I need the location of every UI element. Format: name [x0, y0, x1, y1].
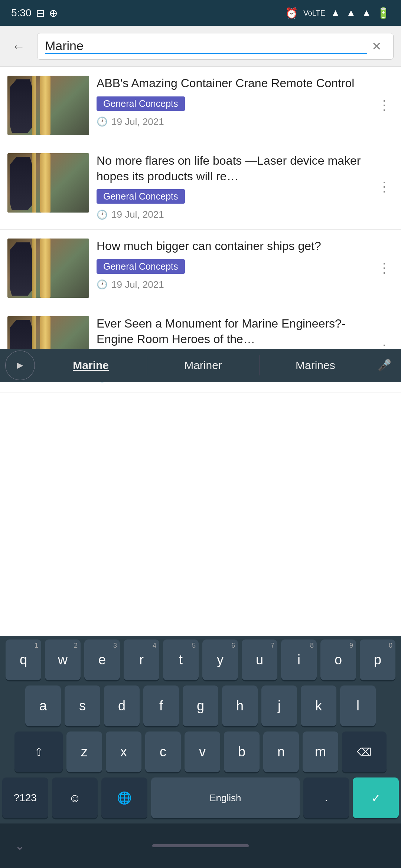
more-options-button[interactable]: ⋮ — [375, 179, 394, 195]
article-title: How much bigger can container ships get? — [97, 239, 368, 254]
key-b[interactable]: b — [224, 731, 260, 772]
article-meta: 🕐 19 Jul, 2021 — [97, 209, 368, 220]
microphone-button[interactable]: 🎤 — [371, 359, 397, 372]
article-list: ABB's Amazing Container Crane Remote Con… — [0, 67, 401, 392]
clock-icon: 🕐 — [97, 279, 108, 290]
key-m[interactable]: m — [303, 731, 338, 772]
key-x[interactable]: x — [106, 731, 141, 772]
key-l[interactable]: l — [340, 685, 376, 726]
usb-icon: ⊟ — [36, 7, 45, 19]
battery-icon: 🔋 — [377, 7, 390, 19]
enter-key[interactable]: ✓ — [353, 777, 399, 818]
status-bar: 5:30 ⊟ ⊕ ⏰ VoLTE ▲ ▲ ▲ 🔋 — [0, 0, 401, 26]
period-key[interactable]: . — [303, 777, 349, 818]
key-d[interactable]: d — [104, 685, 140, 726]
key-p[interactable]: 0p — [360, 640, 395, 680]
article-title: Ever Seen a Monument for Marine Engineer… — [97, 316, 368, 347]
cast-icon: ⊕ — [49, 7, 58, 19]
home-indicator[interactable] — [152, 844, 249, 847]
article-date: 19 Jul, 2021 — [111, 116, 164, 128]
article-content: How much bigger can container ships get?… — [97, 239, 368, 290]
article-date: 19 Jul, 2021 — [111, 279, 164, 290]
article-title: No more flares on life boats —Laser devi… — [97, 153, 368, 184]
suggestions-expand-button[interactable]: ► — [5, 351, 35, 380]
article-meta: 🕐 19 Jul, 2021 — [97, 116, 368, 128]
key-i[interactable]: 8i — [281, 640, 317, 680]
shift-key[interactable]: ⇧ — [14, 731, 63, 772]
status-left: 5:30 ⊟ ⊕ — [11, 7, 58, 19]
suggestion-words: Marine Mariner Marines — [35, 355, 371, 375]
keyboard: 1q 2w 3e 4r 5t 6y 7u 8i 9o 0p a s d f g … — [0, 636, 401, 823]
article-thumbnail — [7, 153, 89, 213]
key-v[interactable]: v — [185, 731, 220, 772]
globe-key[interactable]: 🌐 — [101, 777, 147, 818]
key-z[interactable]: z — [66, 731, 102, 772]
key-h[interactable]: h — [222, 685, 258, 726]
back-button[interactable]: ← — [7, 35, 30, 57]
article-date: 19 Jul, 2021 — [111, 209, 164, 220]
key-u[interactable]: 7u — [242, 640, 277, 680]
more-options-button[interactable]: ⋮ — [375, 98, 394, 113]
signal2-icon: ▲ — [361, 7, 372, 19]
suggestion-marine[interactable]: Marine — [35, 355, 147, 375]
article-item[interactable]: ABB's Amazing Container Crane Remote Con… — [0, 67, 401, 144]
article-content: No more flares on life boats —Laser devi… — [97, 153, 368, 220]
key-f[interactable]: f — [143, 685, 179, 726]
suggestion-marines[interactable]: Marines — [259, 355, 371, 375]
suggestion-mariner[interactable]: Mariner — [147, 355, 259, 375]
search-bar: ← Marine ✕ — [0, 26, 401, 67]
key-y[interactable]: 6y — [202, 640, 238, 680]
key-r[interactable]: 4r — [124, 640, 159, 680]
article-title: ABB's Amazing Container Crane Remote Con… — [97, 76, 368, 91]
alarm-icon: ⏰ — [285, 7, 298, 19]
search-input-container[interactable]: Marine ✕ — [37, 33, 394, 60]
article-item[interactable]: No more flares on life boats —Laser devi… — [0, 144, 401, 230]
key-q[interactable]: 1q — [6, 640, 41, 680]
keyboard-row-4: ?123 ☺ 🌐 English . ✓ — [2, 777, 399, 818]
more-options-button[interactable]: ⋮ — [375, 260, 394, 276]
clock-icon: 🕐 — [97, 116, 108, 127]
status-right: ⏰ VoLTE ▲ ▲ ▲ 🔋 — [285, 7, 390, 19]
key-s[interactable]: s — [65, 685, 100, 726]
keyboard-row-1: 1q 2w 3e 4r 5t 6y 7u 8i 9o 0p — [2, 640, 399, 680]
volte-icon: VoLTE — [303, 9, 325, 17]
keyboard-suggestions: ► Marine Mariner Marines 🎤 — [0, 349, 401, 382]
key-n[interactable]: n — [263, 731, 299, 772]
article-meta: 🕐 19 Jul, 2021 — [97, 279, 368, 290]
article-content: ABB's Amazing Container Crane Remote Con… — [97, 76, 368, 128]
clear-button[interactable]: ✕ — [367, 37, 386, 56]
key-k[interactable]: k — [301, 685, 336, 726]
bottom-bar: ⌄ — [0, 823, 401, 868]
article-tag: General Concepts — [97, 96, 185, 111]
numbers-key[interactable]: ?123 — [2, 777, 48, 818]
keyboard-row-2: a s d f g h j k l — [2, 685, 399, 726]
key-t[interactable]: 5t — [163, 640, 199, 680]
key-o[interactable]: 9o — [320, 640, 356, 680]
clock-icon: 🕐 — [97, 210, 108, 220]
key-g[interactable]: g — [183, 685, 218, 726]
keyboard-row-3: ⇧ z x c v b n m ⌫ — [2, 731, 399, 772]
article-thumbnail — [7, 239, 89, 298]
key-w[interactable]: 2w — [45, 640, 81, 680]
signal-icon: ▲ — [346, 7, 356, 19]
nav-down-icon[interactable]: ⌄ — [15, 839, 25, 853]
wifi-icon: ▲ — [330, 7, 341, 19]
space-key[interactable]: English — [151, 777, 300, 818]
emoji-key[interactable]: ☺ — [52, 777, 98, 818]
key-c[interactable]: c — [145, 731, 181, 772]
key-j[interactable]: j — [261, 685, 297, 726]
article-item[interactable]: How much bigger can container ships get?… — [0, 230, 401, 307]
article-tag: General Concepts — [97, 259, 185, 274]
key-e[interactable]: 3e — [84, 640, 120, 680]
search-input[interactable]: Marine — [45, 39, 367, 54]
delete-key[interactable]: ⌫ — [342, 731, 387, 772]
article-thumbnail — [7, 76, 89, 135]
time-display: 5:30 — [11, 7, 32, 19]
key-a[interactable]: a — [25, 685, 61, 726]
article-tag: General Concepts — [97, 189, 185, 204]
